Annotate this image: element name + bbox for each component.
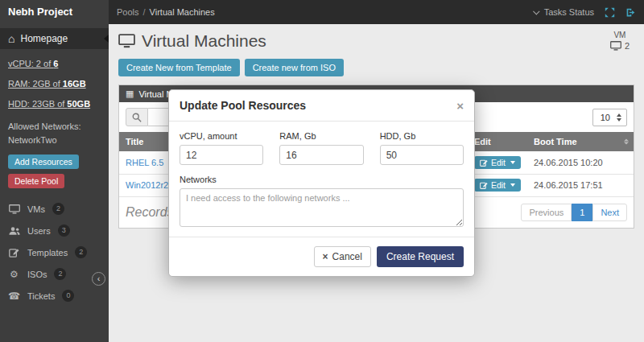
modal-title: Update Pool Resources: [180, 99, 306, 112]
edit-button-label: Edit: [491, 158, 506, 167]
gears-icon: ⚙: [8, 270, 20, 279]
spinner-arrows-icon: [617, 113, 621, 122]
desktop-icon: [8, 204, 20, 214]
ram-label: RAM, Gb: [279, 131, 363, 141]
sidebar: ⌂ Homepage vCPU: 2 of 6 RAM: 2GB of 16GB…: [0, 24, 109, 342]
modal-body: vCPU, amount RAM, Gb HDD, Gb Networks: [169, 122, 474, 237]
vm-title-link[interactable]: RHEL 6.5: [126, 158, 163, 167]
sidebar-actions: Add Resources Delete Pool: [0, 147, 109, 188]
menu-item-label: Tickets: [27, 291, 55, 301]
caret-down-icon: [510, 183, 515, 187]
sidebar-collapse-button[interactable]: ‹: [92, 272, 105, 286]
menu-item-label: Templates: [27, 248, 68, 258]
caret-down-icon: [510, 161, 515, 164]
vms-count-badge: 2: [52, 203, 64, 215]
x-icon: ×: [323, 251, 328, 262]
app-root: Nebh Project Pools / Virtual Machines Ta…: [0, 0, 644, 342]
vm-title-link[interactable]: Win2012r2: [126, 180, 168, 190]
sidebar-item-users[interactable]: Users 3: [0, 220, 109, 241]
breadcrumb-current: Virtual Machines: [150, 7, 215, 17]
menu-item-label: ISOs: [27, 270, 47, 279]
homepage-label: Homepage: [20, 33, 68, 44]
vm-counter-value: 2: [625, 41, 630, 51]
allowed-networks-value: NetworkTwo: [8, 134, 101, 147]
page-size-value: 10: [601, 113, 610, 122]
ram-total: 16GB: [63, 79, 86, 89]
allowed-networks-label: Allowed Networks:: [8, 120, 101, 134]
boot-time-value: 24.06.2015 17:51: [527, 174, 634, 196]
create-from-template-button[interactable]: Create New from Template: [118, 59, 240, 76]
sidebar-item-homepage[interactable]: ⌂ Homepage: [0, 28, 109, 49]
networks-textarea[interactable]: [180, 188, 464, 227]
hdd-total: 50GB: [67, 99, 90, 109]
vcpu-input[interactable]: [180, 145, 263, 165]
vcpu-total: 6: [53, 59, 58, 68]
create-request-button[interactable]: Create Request: [377, 246, 464, 267]
menu-item-label: VMs: [27, 204, 45, 214]
update-pool-resources-modal: Update Pool Resources × vCPU, amount RAM…: [168, 89, 475, 277]
breadcrumb: Pools / Virtual Machines: [117, 7, 215, 17]
sort-icon: [624, 139, 629, 145]
vm-counter: VM 2: [610, 31, 634, 51]
tickets-count-badge: 0: [62, 290, 74, 302]
breadcrumb-separator: /: [143, 7, 146, 17]
edit-button[interactable]: Edit: [474, 179, 521, 192]
delete-pool-button[interactable]: Delete Pool: [8, 174, 64, 188]
pagination-previous[interactable]: Previous: [521, 204, 572, 221]
boot-time-value: 24.06.2015 10:20: [527, 151, 634, 174]
pencil-square-icon: [480, 181, 488, 189]
column-header-boot-time[interactable]: Boot Time: [527, 132, 634, 151]
hdd-input[interactable]: [380, 145, 464, 165]
edit-button[interactable]: Edit: [474, 156, 521, 169]
modal-header: Update Pool Resources ×: [169, 90, 474, 122]
sign-out-icon[interactable]: [625, 7, 636, 18]
page-actions: Create New from Template Create new from…: [118, 59, 634, 76]
search-icon: [126, 108, 148, 126]
tasks-status-dropdown[interactable]: Tasks Status: [535, 7, 594, 17]
cancel-button[interactable]: × Cancel: [314, 246, 371, 267]
topbar-right: Tasks Status: [535, 7, 636, 18]
sidebar-item-vms[interactable]: VMs 2: [0, 198, 109, 220]
vm-counter-label: VM: [610, 31, 630, 39]
brand: Nebh Project: [0, 0, 109, 24]
pagination: Previous 1 Next: [521, 204, 627, 221]
isos-count-badge: 2: [54, 268, 66, 280]
networks-label: Networks: [180, 175, 464, 184]
page-size-select[interactable]: 10: [592, 109, 627, 126]
modal-footer: × Cancel Create Request: [169, 237, 474, 276]
templates-count-badge: 2: [75, 246, 87, 258]
topbar: Nebh Project Pools / Virtual Machines Ta…: [0, 0, 644, 24]
chevron-down-icon: [533, 8, 539, 14]
sidebar-item-tickets[interactable]: ☎ Tickets 0: [0, 285, 109, 307]
topbar-main: Pools / Virtual Machines Tasks Status: [109, 0, 644, 24]
sidebar-menu: VMs 2 Users 3 Templates 2 ⚙ ISOs 2: [0, 198, 109, 307]
vcpu-usage-link[interactable]: vCPU: 2 of 6: [8, 59, 101, 68]
page-header: Virtual Machines VM 2: [118, 31, 634, 51]
sidebar-item-templates[interactable]: Templates 2: [0, 241, 109, 263]
tasks-status-label: Tasks Status: [544, 7, 594, 17]
users-icon: [8, 226, 20, 236]
phone-icon: ☎: [8, 291, 20, 301]
add-resources-button[interactable]: Add Resources: [8, 155, 79, 169]
ram-input[interactable]: [279, 145, 363, 165]
table-icon: ▦: [126, 89, 134, 99]
pencil-square-icon: [480, 159, 488, 167]
monitor-icon: [118, 34, 135, 48]
vcpu-label: vCPU, amount: [180, 131, 263, 141]
breadcrumb-pools-link[interactable]: Pools: [117, 7, 139, 17]
ram-usage-link[interactable]: RAM: 2GB of 16GB: [8, 79, 101, 89]
close-icon[interactable]: ×: [456, 100, 464, 112]
hdd-usage-text: HDD: 23GB of: [8, 99, 67, 109]
page-title: Virtual Machines: [142, 31, 266, 51]
edit-button-label: Edit: [491, 180, 506, 190]
pool-usage-stats: vCPU: 2 of 6 RAM: 2GB of 16GB HDD: 23GB …: [0, 49, 109, 109]
hdd-label: HDD, Gb: [380, 131, 464, 141]
cancel-button-label: Cancel: [332, 251, 362, 262]
pagination-next[interactable]: Next: [592, 204, 627, 221]
create-from-iso-button[interactable]: Create new from ISO: [245, 59, 344, 76]
hdd-usage-link[interactable]: HDD: 23GB of 50GB: [8, 99, 101, 109]
pagination-page-1[interactable]: 1: [572, 204, 592, 221]
fullscreen-icon[interactable]: [605, 7, 615, 18]
ram-usage-text: RAM: 2GB of: [8, 79, 63, 89]
column-header-edit[interactable]: Edit: [468, 132, 527, 151]
